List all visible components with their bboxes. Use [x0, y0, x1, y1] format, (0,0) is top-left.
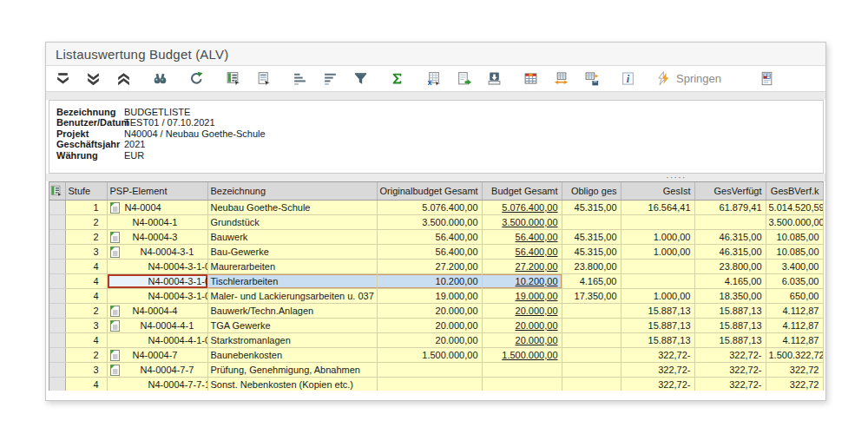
cell-bezeichnung[interactable]: Bauwerk [207, 229, 377, 244]
cell-psp-element[interactable]: N4-0004-4-1-044 [107, 332, 207, 347]
cell-budget-gesamt[interactable]: 56.400,00 [482, 229, 562, 244]
cell-gesist[interactable]: 15.887,13 [621, 303, 694, 318]
cell-gesbverfk[interactable]: 4.112,87 [766, 318, 823, 332]
cell-originalbudget[interactable]: 10.200,00 [377, 273, 482, 288]
cell-stufe[interactable]: 4 [65, 332, 107, 347]
cell-gesist[interactable]: 15.887,13 [621, 332, 694, 347]
cell-gesist[interactable]: 322,72- [621, 347, 694, 362]
cell-gesist[interactable]: 322,72- [621, 362, 694, 377]
cell-gesverfuegt[interactable]: 18.350,00 [694, 288, 766, 303]
cell-originalbudget[interactable] [377, 362, 482, 377]
cell-budget-gesamt[interactable]: 1.500.000,00 [482, 347, 562, 362]
cell-originalbudget[interactable]: 20.000,00 [377, 332, 482, 347]
column-header[interactable]: PSP-Element [107, 182, 207, 200]
row-selector-cell[interactable] [49, 273, 65, 288]
cell-obligo[interactable]: 45.315,00 [562, 200, 621, 214]
cell-gesbverfk[interactable]: 1.500.322,72 [766, 347, 823, 362]
row-selector-cell[interactable] [49, 347, 65, 362]
cell-obligo[interactable]: 4.165,00 [562, 273, 621, 288]
row-selector-cell[interactable] [49, 229, 65, 244]
cell-gesist[interactable] [621, 214, 694, 229]
cell-budget-gesamt[interactable]: 20.000,00 [482, 332, 562, 347]
row-selector-cell[interactable] [49, 288, 65, 303]
cell-bezeichnung[interactable]: Maler- und Lackierungsarbeiten u. 037 [207, 288, 377, 303]
cell-gesbverfk[interactable]: 3.400,00 [766, 259, 823, 273]
cell-originalbudget[interactable] [377, 377, 482, 391]
column-header[interactable]: Stufe [65, 182, 107, 200]
cell-bezeichnung[interactable]: Neubau Goethe-Schule [207, 200, 377, 214]
column-header[interactable]: GesIst [621, 182, 694, 200]
cell-budget-gesamt[interactable]: 19.000,00 [482, 288, 562, 303]
cell-gesist[interactable] [621, 273, 694, 288]
column-header[interactable]: Obligo ges [562, 182, 621, 200]
cell-gesist[interactable]: 1.000,00 [621, 288, 694, 303]
row-selector-cell[interactable] [49, 303, 65, 318]
search-icon[interactable] [152, 71, 168, 87]
export-document-icon[interactable] [456, 71, 471, 87]
cell-stufe[interactable]: 1 [65, 200, 107, 214]
cell-bezeichnung[interactable]: Grundstück [207, 214, 377, 229]
cell-psp-element[interactable]: N4-0004-4 [107, 303, 207, 318]
row-selector-cell[interactable] [49, 200, 65, 214]
cell-originalbudget[interactable]: 56.400,00 [377, 229, 482, 244]
cell-gesist[interactable]: 16.564,41 [621, 200, 694, 214]
cell-obligo[interactable]: 45.315,00 [562, 244, 621, 259]
cell-stufe[interactable]: 3 [65, 362, 107, 377]
row-selector-cell[interactable] [49, 244, 65, 259]
goto-icon[interactable]: Springen [656, 71, 721, 87]
cell-psp-element[interactable]: N4-0004-3-1 [107, 244, 207, 259]
cell-stufe[interactable]: 3 [65, 244, 107, 259]
cell-gesbverfk[interactable]: 3.500.000,00 [766, 214, 823, 229]
cell-bezeichnung[interactable]: Maurerarbeiten [207, 259, 377, 273]
cell-stufe[interactable]: 2 [65, 347, 107, 362]
cell-gesbverfk[interactable]: 322,72 [766, 362, 823, 377]
cell-bezeichnung[interactable]: Tischlerarbeiten [207, 273, 377, 288]
cell-gesverfuegt[interactable] [694, 214, 766, 229]
cell-originalbudget[interactable]: 56.400,00 [377, 244, 482, 259]
table-settings-icon[interactable] [523, 71, 538, 87]
cell-gesbverfk[interactable]: 10.085,00 [766, 244, 823, 259]
cell-gesbverfk[interactable]: 6.035,00 [766, 273, 823, 288]
cell-psp-element[interactable]: N4-0004-3-1-027 [107, 273, 207, 288]
cell-gesverfuegt[interactable]: 46.315,00 [694, 244, 766, 259]
cell-gesbverfk[interactable]: 322,72 [766, 377, 823, 391]
cell-budget-gesamt[interactable]: 20.000,00 [482, 303, 562, 318]
cell-psp-element[interactable]: N4-0004-3 [107, 229, 207, 244]
refresh-icon[interactable] [188, 71, 204, 87]
cell-stufe[interactable]: 3 [65, 318, 107, 332]
cell-obligo[interactable]: 17.350,00 [562, 288, 621, 303]
cell-bezeichnung[interactable]: Sonst. Nebenkosten (Kopien etc.) [207, 377, 377, 391]
info-icon[interactable]: i [620, 71, 635, 87]
splitter-handle[interactable] [666, 172, 700, 181]
cell-gesbverfk[interactable]: 5.014.520,59 [766, 200, 823, 214]
cell-psp-element[interactable]: N4-0004-1 [107, 214, 207, 229]
cell-psp-element[interactable]: N4-0004 [107, 200, 207, 214]
row-selector-cell[interactable] [49, 259, 65, 273]
cell-psp-element[interactable]: N4-0004-3-1-012 [107, 259, 207, 273]
cell-gesverfuegt[interactable]: 4.165,00 [694, 273, 766, 288]
cell-budget-gesamt[interactable]: 5.076.400,00 [482, 200, 562, 214]
cell-gesverfuegt[interactable]: 15.887,13 [694, 303, 766, 318]
sort-ascending-icon[interactable] [292, 71, 307, 87]
cell-obligo[interactable] [562, 318, 621, 332]
cell-budget-gesamt[interactable]: 3.500.000,00 [482, 214, 562, 229]
column-header[interactable]: GesVerfügt [694, 182, 766, 200]
cell-gesist[interactable]: 322,72- [621, 377, 694, 391]
sort-descending-icon[interactable] [322, 71, 338, 87]
cell-obligo[interactable]: 45.315,00 [562, 229, 621, 244]
row-selector-cell[interactable] [49, 318, 65, 332]
cell-gesverfuegt[interactable]: 61.879,41 [694, 200, 766, 214]
cell-bezeichnung[interactable]: Prüfung, Genehmigung, Abnahmen [207, 362, 377, 377]
cell-stufe[interactable]: 2 [65, 303, 107, 318]
cell-obligo[interactable] [562, 332, 621, 347]
page-up-icon[interactable] [115, 71, 131, 87]
cell-budget-gesamt[interactable] [482, 377, 562, 391]
cell-originalbudget[interactable]: 19.000,00 [377, 288, 482, 303]
cell-gesbverfk[interactable]: 4.112,87 [766, 303, 823, 318]
cell-bezeichnung[interactable]: Bau-Gewerke [207, 244, 377, 259]
cell-psp-element[interactable]: N4-0004-4-1 [107, 318, 207, 332]
view-link-icon[interactable] [553, 71, 569, 87]
cell-stufe[interactable]: 2 [65, 229, 107, 244]
cell-gesverfuegt[interactable]: 322,72- [694, 362, 766, 377]
cell-obligo[interactable] [562, 362, 621, 377]
